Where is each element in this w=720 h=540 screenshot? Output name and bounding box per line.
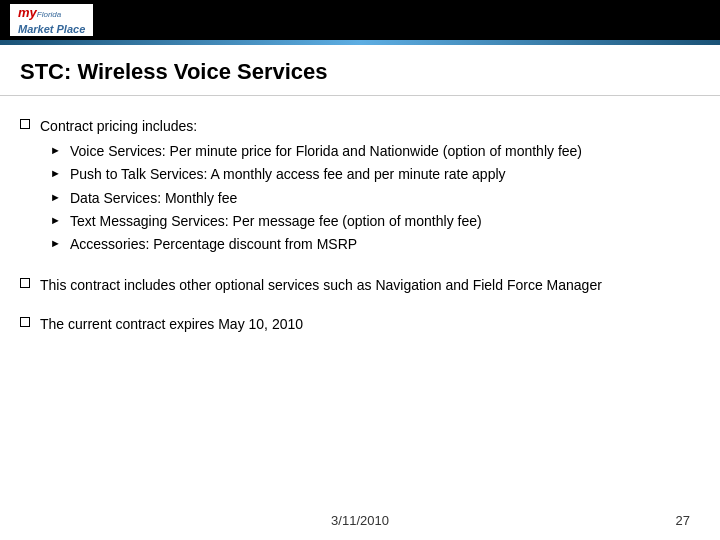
logo-my: my: [18, 5, 37, 20]
logo-container: myFlorida Market Place: [10, 4, 93, 36]
sub-item-text: Voice Services: Per minute price for Flo…: [70, 141, 582, 161]
list-item: ► Text Messaging Services: Per message f…: [50, 211, 700, 231]
list-item: ► Data Services: Monthly fee: [50, 188, 700, 208]
page-title: STC: Wireless Voice Services: [0, 45, 720, 96]
list-item: ► Voice Services: Per minute price for F…: [50, 141, 700, 161]
sub-item-text: Push to Talk Services: A monthly access …: [70, 164, 506, 184]
footer: 3/11/2010 27: [0, 513, 720, 528]
list-item: ► Push to Talk Services: A monthly acces…: [50, 164, 700, 184]
logo-florida: Florida: [37, 10, 61, 19]
logo: myFlorida Market Place: [18, 4, 85, 36]
content-area: Contract pricing includes: ► Voice Servi…: [0, 106, 720, 363]
footer-date: 3/11/2010: [20, 513, 700, 528]
bullet-square-icon: [20, 119, 30, 129]
arrow-icon: ►: [50, 143, 62, 159]
arrow-icon: ►: [50, 213, 62, 229]
section-contract-content: Contract pricing includes: ► Voice Servi…: [40, 116, 700, 257]
arrow-icon: ►: [50, 190, 62, 206]
sub-item-text: Accessories: Percentage discount from MS…: [70, 234, 357, 254]
sub-item-text: Text Messaging Services: Per message fee…: [70, 211, 482, 231]
section-optional-label: This contract includes other optional se…: [40, 277, 602, 293]
section-contract: Contract pricing includes: ► Voice Servi…: [20, 116, 700, 257]
section-contract-label: Contract pricing includes:: [40, 118, 197, 134]
section-optional: This contract includes other optional se…: [20, 275, 700, 296]
logo-marketplace: Market Place: [18, 23, 85, 35]
sub-bullet-list-contract: ► Voice Services: Per minute price for F…: [40, 141, 700, 254]
sub-item-text: Data Services: Monthly fee: [70, 188, 237, 208]
section-expires: The current contract expires May 10, 201…: [20, 314, 700, 335]
section-expires-label: The current contract expires May 10, 201…: [40, 316, 303, 332]
arrow-icon: ►: [50, 166, 62, 182]
arrow-icon: ►: [50, 236, 62, 252]
section-optional-content: This contract includes other optional se…: [40, 275, 700, 296]
footer-page-number: 27: [676, 513, 690, 528]
header: myFlorida Market Place: [0, 0, 720, 40]
bullet-square-icon: [20, 278, 30, 288]
section-expires-content: The current contract expires May 10, 201…: [40, 314, 700, 335]
bullet-square-icon: [20, 317, 30, 327]
list-item: ► Accessories: Percentage discount from …: [50, 234, 700, 254]
